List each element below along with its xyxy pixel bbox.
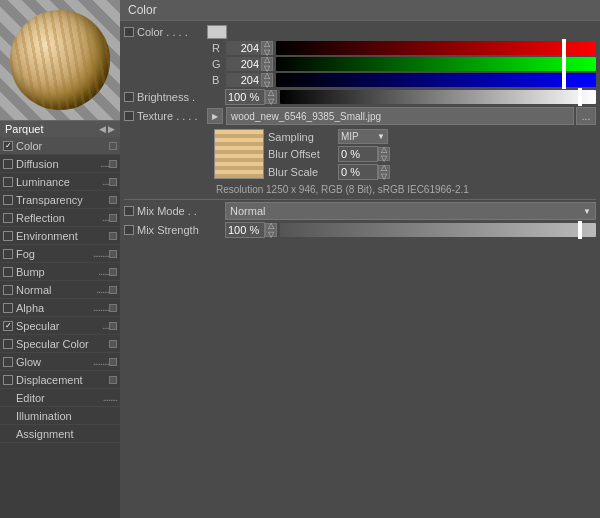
- material-name: Parquet: [5, 123, 44, 135]
- channel-box-glow[interactable]: [109, 358, 117, 366]
- channel-checkbox-bump[interactable]: [3, 267, 13, 277]
- channel-checkbox-normal[interactable]: [3, 285, 13, 295]
- color-checkbox[interactable]: [124, 27, 134, 37]
- sidebar-item-assignment[interactable]: Assignment: [0, 425, 120, 443]
- g-spinner[interactable]: △▽: [261, 57, 273, 71]
- channel-checkbox-luminance[interactable]: [3, 177, 13, 187]
- channel-box-reflection[interactable]: [109, 214, 117, 222]
- blue-channel-row: B △▽: [124, 73, 596, 87]
- sidebar-item-fog[interactable]: Fog.........: [0, 245, 120, 263]
- r-slider[interactable]: [276, 41, 596, 55]
- g-value-input[interactable]: [226, 57, 261, 71]
- channel-label-reflection: Reflection: [16, 212, 102, 224]
- channel-checkbox-diffusion[interactable]: [3, 159, 13, 169]
- channel-box-environment[interactable]: [109, 232, 117, 240]
- brightness-spinner[interactable]: △▽: [265, 90, 277, 104]
- sampling-label: Sampling: [268, 131, 338, 143]
- wood-texture-overlay: [10, 10, 110, 110]
- blur-offset-input[interactable]: [338, 146, 378, 162]
- blur-offset-spinner[interactable]: △▽: [378, 147, 390, 161]
- channel-box-color[interactable]: [109, 142, 117, 150]
- channel-dots-normal: .......: [97, 284, 109, 295]
- sidebar-item-bump[interactable]: Bump......: [0, 263, 120, 281]
- sampling-dropdown[interactable]: MIP ▼: [338, 129, 388, 144]
- texture-filename[interactable]: wood_new_6546_9385_Small.jpg: [226, 107, 574, 125]
- texture-play-button[interactable]: ▶: [207, 108, 223, 124]
- mix-strength-input[interactable]: [225, 222, 265, 238]
- sidebar-item-transparency[interactable]: Transparency: [0, 191, 120, 209]
- blur-scale-label: Blur Scale: [268, 166, 338, 178]
- material-name-bar[interactable]: Parquet ◀ ▶: [0, 120, 120, 137]
- channel-box-specular-color[interactable]: [109, 340, 117, 348]
- channel-checkbox-reflection[interactable]: [3, 213, 13, 223]
- texture-checkbox[interactable]: [124, 111, 134, 121]
- channel-checkbox-transparency[interactable]: [3, 195, 13, 205]
- channel-checkbox-environment[interactable]: [3, 231, 13, 241]
- b-slider[interactable]: [276, 73, 596, 87]
- channel-box-bump[interactable]: [109, 268, 117, 276]
- brightness-input[interactable]: [225, 89, 265, 105]
- channel-label-alpha: Alpha: [16, 302, 93, 314]
- sidebar-item-specular[interactable]: Specular....: [0, 317, 120, 335]
- blur-scale-input[interactable]: [338, 164, 378, 180]
- panel-title: Color: [128, 3, 157, 17]
- channel-checkbox-specular-color[interactable]: [3, 339, 13, 349]
- channel-box-specular[interactable]: [109, 322, 117, 330]
- material-preview: [0, 0, 120, 120]
- resolution-info: Resolution 1250 x 946, RGB (8 Bit), sRGB…: [126, 184, 596, 195]
- channel-checkbox-fog[interactable]: [3, 249, 13, 259]
- channel-checkbox-specular[interactable]: [3, 321, 13, 331]
- texture-more-button[interactable]: ...: [576, 107, 596, 125]
- b-value-input[interactable]: [226, 73, 261, 87]
- sidebar-item-reflection[interactable]: Reflection....: [0, 209, 120, 227]
- channel-checkbox-alpha[interactable]: [3, 303, 13, 313]
- sidebar-item-alpha[interactable]: Alpha.........: [0, 299, 120, 317]
- blur-scale-spinner[interactable]: △▽: [378, 165, 390, 179]
- channel-box-displacement[interactable]: [109, 376, 117, 384]
- left-arrow-icon[interactable]: ◀: [99, 124, 106, 134]
- sidebar-item-luminance[interactable]: Luminance....: [0, 173, 120, 191]
- left-panel: Parquet ◀ ▶ ColorDiffusion.....Luminance…: [0, 0, 120, 518]
- sidebar-item-editor[interactable]: Editor........: [0, 389, 120, 407]
- mix-strength-checkbox[interactable]: [124, 225, 134, 235]
- brightness-slider[interactable]: [280, 90, 596, 104]
- sidebar-item-displacement[interactable]: Displacement: [0, 371, 120, 389]
- b-spinner[interactable]: △▽: [261, 73, 273, 87]
- channel-box-normal[interactable]: [109, 286, 117, 294]
- b-label: B: [212, 74, 224, 86]
- channel-dots-fog: .........: [93, 248, 109, 259]
- channel-box-diffusion[interactable]: [109, 160, 117, 168]
- sidebar-item-normal[interactable]: Normal.......: [0, 281, 120, 299]
- channel-checkbox-glow[interactable]: [3, 357, 13, 367]
- brightness-label: Brightness .: [137, 91, 225, 103]
- sidebar-item-color[interactable]: Color: [0, 137, 120, 155]
- channel-checkbox-color[interactable]: [3, 141, 13, 151]
- mix-mode-checkbox[interactable]: [124, 206, 134, 216]
- right-arrow-icon[interactable]: ▶: [108, 124, 115, 134]
- channel-label-transparency: Transparency: [16, 194, 109, 206]
- color-swatch[interactable]: [207, 25, 227, 39]
- sidebar-item-specular-color[interactable]: Specular Color: [0, 335, 120, 353]
- green-channel-row: G △▽: [124, 57, 596, 71]
- mix-strength-spinner[interactable]: △▽: [265, 223, 277, 237]
- red-channel-row: R △▽: [124, 41, 596, 55]
- channel-box-fog[interactable]: [109, 250, 117, 258]
- channel-box-alpha[interactable]: [109, 304, 117, 312]
- r-value-input[interactable]: [226, 41, 261, 55]
- channel-label-normal: Normal: [16, 284, 97, 296]
- mix-strength-slider[interactable]: [280, 223, 596, 237]
- channel-label-fog: Fog: [16, 248, 93, 260]
- channel-box-transparency[interactable]: [109, 196, 117, 204]
- texture-thumbnail: [214, 129, 264, 179]
- sidebar-item-illumination[interactable]: Illumination: [0, 407, 120, 425]
- r-spinner[interactable]: △▽: [261, 41, 273, 55]
- brightness-checkbox[interactable]: [124, 92, 134, 102]
- channel-box-luminance[interactable]: [109, 178, 117, 186]
- sidebar-item-environment[interactable]: Environment: [0, 227, 120, 245]
- sidebar-item-diffusion[interactable]: Diffusion.....: [0, 155, 120, 173]
- mix-mode-dropdown[interactable]: Normal ▼: [225, 202, 596, 220]
- mix-strength-label: Mix Strength: [137, 224, 225, 236]
- g-slider[interactable]: [276, 57, 596, 71]
- channel-checkbox-displacement[interactable]: [3, 375, 13, 385]
- sidebar-item-glow[interactable]: Glow.........: [0, 353, 120, 371]
